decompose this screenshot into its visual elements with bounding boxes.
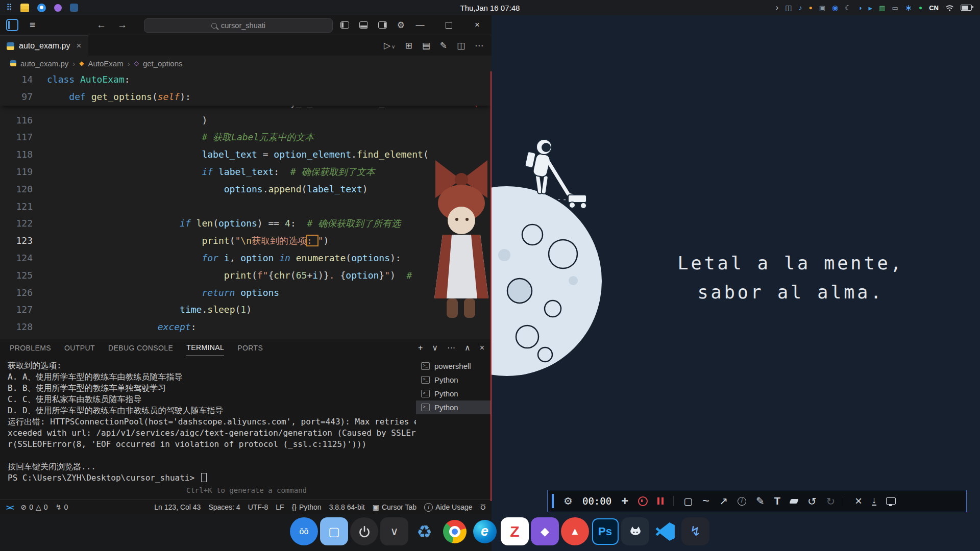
app-logo-icon[interactable] [6, 19, 18, 31]
undo-icon[interactable]: ↺ [807, 496, 817, 507]
cursor-position[interactable]: Ln 123, Col 43 [154, 503, 201, 511]
dock-power-button[interactable] [350, 517, 378, 545]
tool-shape-icon[interactable]: ▢ [683, 496, 693, 506]
purple-app-icon[interactable] [54, 4, 62, 12]
panel-tab-terminal[interactable]: TERMINAL [186, 339, 224, 356]
code-line-119[interactable]: 119 if label_text: # 确保获取到了文本 [0, 163, 492, 181]
code-line-127[interactable]: 127 time.sleep(1) [0, 301, 492, 318]
run-button[interactable]: ▷∨ [384, 40, 395, 51]
dock-notes[interactable]: ▢ [320, 517, 348, 545]
maximize-button[interactable] [434, 15, 463, 35]
dock-vscode[interactable] [651, 517, 679, 545]
tray-circle-icon[interactable]: ◑ [858, 5, 862, 11]
close-recorder-icon[interactable]: × [855, 495, 862, 507]
code-line-124[interactable]: 124 for i, option in enumerate(options): [0, 249, 492, 267]
maximize-panel-icon[interactable]: ∧ [464, 343, 471, 353]
code-line-117[interactable]: 117 # 获取Label元素中的文本 [0, 129, 492, 146]
forward-icon[interactable]: → [117, 19, 127, 31]
terminal-dropdown-icon[interactable]: ∨ [432, 343, 438, 353]
language-mode[interactable]: {} Python [292, 503, 322, 511]
tool-info-icon[interactable]: i [738, 497, 746, 506]
tray-music-icon[interactable]: ♪ [798, 4, 802, 11]
terminal-session-Python[interactable]: >_Python [416, 373, 492, 387]
download-icon[interactable]: ↓ [872, 496, 876, 506]
tool-pen-icon[interactable]: ~ [702, 495, 709, 507]
tray-telegram-icon[interactable]: ▸ [869, 4, 873, 12]
aide-usage[interactable]: i Aide Usage [424, 503, 472, 512]
tool-pencil-icon[interactable]: ✎ [756, 496, 765, 506]
dock-recycle-bin[interactable]: ♻ [410, 517, 438, 545]
terminal-session-powershell[interactable]: >_powershell [416, 359, 492, 373]
wifi-icon[interactable] [945, 5, 954, 11]
browser-app-icon[interactable] [37, 4, 46, 12]
code-editor[interactable]: 14class AutoExam:97 def get_options(self… [0, 71, 492, 339]
terminal-output[interactable]: 获取到的选项:A. A、使用所学车型的教练车由教练员随车指导B. B、使用所学车… [0, 356, 416, 499]
dock-chrome[interactable] [440, 517, 469, 545]
launcher-icon[interactable]: ⠿ [6, 4, 12, 12]
dock-clash[interactable] [621, 517, 649, 545]
tray-shield-icon[interactable]: ◉ [832, 4, 838, 11]
settings-gear-icon[interactable]: ⚙ [397, 20, 405, 31]
cursor-tab-toggle[interactable]: ▣ Cursor Tab [373, 503, 416, 511]
remote-indicator-icon[interactable]: >< [6, 503, 13, 512]
indentation[interactable]: Spaces: 4 [208, 503, 240, 511]
toggle-panel-icon[interactable] [359, 21, 368, 29]
dock-assistant[interactable]: ōō [290, 517, 318, 545]
tab-auto-exam[interactable]: auto_exam.py × [0, 35, 88, 56]
toggle-sidebar-icon[interactable] [340, 21, 349, 29]
export-icon[interactable]: ▤ [422, 40, 430, 51]
breadcrumb-class[interactable]: AutoExam [88, 59, 123, 68]
encoding[interactable]: UTF-8 [248, 503, 268, 511]
panel-tab-output[interactable]: OUTPUT [64, 339, 95, 356]
edit-file-icon[interactable]: ✎ [440, 40, 447, 51]
notes-app-icon[interactable] [20, 4, 29, 12]
close-panel-icon[interactable]: × [480, 343, 484, 353]
tray-snowflake-icon[interactable]: ∗ [905, 4, 912, 12]
panel-tab-debug-console[interactable]: DEBUG CONSOLE [108, 339, 173, 356]
dock-security-app[interactable]: ▲ [561, 517, 589, 545]
tab-close-icon[interactable]: × [77, 41, 82, 51]
split-editor-icon[interactable]: ◫ [457, 40, 465, 51]
shield-app-icon[interactable] [70, 4, 78, 12]
more-panel-actions-icon[interactable]: ⋯ [447, 343, 455, 353]
back-icon[interactable]: ← [96, 19, 106, 31]
ports-indicator[interactable]: ↯ 0 [56, 503, 68, 511]
tray-battery-app-icon[interactable]: ▭ [892, 5, 898, 11]
eol-type[interactable]: LF [276, 503, 284, 511]
recorder-drag-handle[interactable] [552, 494, 554, 508]
toggle-secondary-sidebar-icon[interactable] [378, 21, 387, 29]
dock-watt-toolkit[interactable]: ↯ [681, 517, 709, 545]
code-line-121[interactable]: 121 [0, 198, 492, 215]
code-line-120[interactable]: 120 options.append(label_text) [0, 181, 492, 198]
command-center-search[interactable]: cursor_shuati [144, 18, 333, 33]
redo-icon[interactable]: ↻ [826, 496, 835, 507]
display-icon[interactable] [886, 497, 896, 505]
tray-orange-icon[interactable]: ● [808, 5, 812, 11]
dock-purple-app[interactable]: ◆ [531, 517, 559, 545]
tray-green-dot-icon[interactable]: ● [919, 5, 922, 11]
tool-eraser-icon[interactable] [789, 499, 798, 504]
code-line-126[interactable]: 126 return options [0, 284, 492, 302]
recorder-pause-icon[interactable] [657, 497, 664, 505]
breadcrumb-file[interactable]: auto_exam.py [20, 59, 68, 68]
panel-tab-problems[interactable]: PROBLEMS [10, 339, 51, 356]
tray-expand-icon[interactable]: › [776, 4, 778, 12]
code-line-122[interactable]: 122 if len(options) == 4: # 确保获取到了所有选 [0, 215, 492, 232]
dock-photoshop[interactable]: Ps [591, 517, 619, 545]
code-line-partial[interactable]: y_ _ _ ( [0, 106, 492, 112]
dock-edge[interactable]: e [471, 517, 499, 545]
recorder-settings-icon[interactable]: ⚙ [564, 496, 573, 506]
code-line-125[interactable]: 125 print(f"{chr(65+i)}. {option}") # [0, 267, 492, 284]
recorder-move-icon[interactable]: + [621, 495, 628, 507]
terminal-session-Python[interactable]: >_Python [416, 400, 492, 414]
code-line-116[interactable]: 116 ) [0, 112, 492, 129]
problems-indicator[interactable]: ⊘ 0 △ 0 [21, 503, 48, 511]
tray-grey-icon[interactable]: ▣ [819, 5, 825, 11]
code-line-128[interactable]: 128 except: [0, 318, 492, 336]
tray-moon-icon[interactable]: ☾ [845, 4, 851, 11]
code-line-97[interactable]: 97 def get_options(self): [0, 88, 492, 106]
code-line-123[interactable]: 123 print("\n获取到的选项: ") [0, 232, 492, 249]
notifications-bell-icon[interactable]: Ω [480, 503, 485, 511]
menu-icon[interactable]: ≡ [30, 19, 35, 31]
battery-icon[interactable] [961, 5, 972, 11]
